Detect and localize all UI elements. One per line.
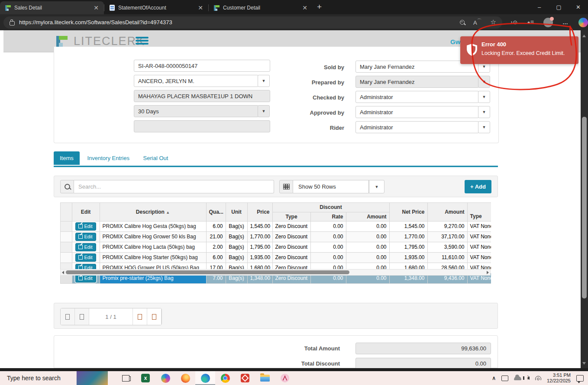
edit-button[interactable]: Edit — [75, 233, 97, 241]
cast-icon[interactable] — [501, 375, 508, 381]
next-page-button[interactable] — [133, 308, 147, 325]
menu-hamburger-icon[interactable] — [136, 37, 149, 45]
table-row[interactable]: EditPROMIX Calibre Hog Lacta (50kgs) bag… — [61, 242, 491, 252]
browser-tab-statement[interactable]: StatementOfAccount ✕ — [104, 1, 208, 14]
excel-icon[interactable]: x — [136, 371, 155, 385]
taskbar-search[interactable]: Type here to search — [7, 375, 76, 382]
scroll-right-icon[interactable] — [487, 271, 489, 274]
address-pill[interactable]: https://mylora.liteclerk.com/Software/Sa… — [3, 16, 502, 29]
scrollbar-thumb[interactable] — [582, 117, 587, 298]
col-vat[interactable]: VATType — [467, 203, 491, 221]
rows-dropdown-button[interactable]: ▼ — [369, 180, 384, 193]
search-input[interactable] — [74, 180, 274, 193]
add-button[interactable]: + Add — [465, 180, 491, 193]
field-label: Rider — [288, 125, 344, 131]
tab-close-icon[interactable]: ✕ — [93, 4, 100, 11]
approved-by-dropdown-button[interactable]: ▼ — [478, 106, 490, 118]
prev-page-button[interactable] — [75, 308, 89, 325]
tab-items[interactable]: Items — [54, 151, 80, 165]
tray-chevron-icon[interactable]: ∧ — [492, 375, 496, 381]
prepared-by-dropdown-button[interactable]: ▼ — [478, 76, 490, 88]
edit-button[interactable]: Edit — [75, 253, 97, 262]
last-page-button[interactable] — [147, 308, 162, 325]
table-row[interactable]: EditPROMIX Calibre Hog Grower 50 kls Bag… — [61, 231, 491, 242]
col-description[interactable]: Description ▲ — [100, 203, 206, 221]
close-button[interactable]: ✕ — [569, 4, 588, 10]
lock-icon[interactable] — [10, 21, 15, 26]
anydesk-icon[interactable] — [235, 371, 255, 385]
more-menu-icon[interactable]: … — [562, 19, 569, 26]
volume-icon[interactable] — [527, 376, 530, 380]
wifi-icon[interactable] — [535, 376, 541, 380]
search-highlight-image[interactable] — [76, 371, 108, 385]
copilot-taskbar-icon[interactable] — [155, 371, 175, 385]
col-unit[interactable]: Unit — [226, 203, 247, 221]
clock[interactable]: 3:51 PM12/22/2025 — [547, 372, 571, 384]
row-select-cell[interactable] — [61, 242, 72, 252]
rows-selector[interactable]: Show 50 Rows — [293, 180, 369, 193]
approved-by-field[interactable]: Administrator — [355, 106, 479, 118]
tab-close-icon[interactable]: ✕ — [197, 4, 204, 11]
snipping-tool-icon[interactable] — [275, 371, 295, 385]
col-quantity[interactable]: Qua... — [206, 203, 226, 221]
scroll-up-icon[interactable] — [582, 35, 586, 37]
si-ref-no-field[interactable]: SI-AR-048-0000050147 — [134, 60, 270, 72]
scrollbar-thumb[interactable] — [66, 270, 349, 274]
minimize-button[interactable]: – — [530, 4, 549, 10]
table-row[interactable]: EditPROMIX Calibre Hog Gesta (50kgs) bag… — [61, 221, 491, 231]
col-net-price[interactable]: Net Price — [389, 203, 427, 221]
error-toast[interactable]: Error 400 Locking Error. Exceed Credit L… — [460, 36, 578, 64]
edge-icon[interactable] — [195, 371, 215, 385]
extension-icon[interactable]: ♪⊙ — [510, 19, 517, 26]
col-discount-group[interactable]: Discount — [272, 203, 389, 212]
page-vertical-scrollbar[interactable] — [581, 30, 588, 368]
maximize-button[interactable]: ▢ — [549, 4, 569, 10]
term-field: 30 Days — [134, 105, 258, 117]
chrome-icon[interactable] — [215, 371, 235, 385]
browser-tab-sales-detail[interactable]: Sales Detail ✕ — [0, 1, 104, 14]
scroll-down-icon[interactable] — [582, 362, 586, 365]
edit-button[interactable]: Edit — [75, 222, 97, 231]
first-page-button[interactable] — [61, 308, 75, 325]
customer-dropdown-button[interactable]: ▼ — [258, 75, 270, 87]
favorite-star-icon[interactable]: ☆ — [490, 18, 496, 26]
new-tab-button[interactable]: + — [317, 2, 322, 12]
rider-dropdown-button[interactable]: ▼ — [478, 121, 490, 133]
task-view-icon[interactable] — [116, 371, 136, 385]
table-row[interactable]: EditPROMIX Calibre Hog Starter (50kgs) b… — [61, 252, 491, 263]
file-explorer-icon[interactable] — [255, 371, 275, 385]
tab-serial-out[interactable]: Serial Out — [137, 151, 174, 165]
collections-icon[interactable]: ⭑≡ — [527, 19, 534, 26]
tab-inventory-entries[interactable]: Inventory Entries — [81, 151, 136, 165]
rider-field[interactable]: Administrator — [355, 121, 479, 133]
checked-by-field[interactable]: Administrator — [355, 91, 479, 103]
customer-field[interactable]: ANCERO, JERLYN M. — [134, 75, 258, 87]
browser-tab-customer-detail[interactable]: Customer Detail ✕ — [209, 1, 313, 14]
table-horizontal-scrollbar[interactable] — [60, 269, 491, 276]
onedrive-icon[interactable] — [514, 376, 521, 380]
pencil-icon — [78, 276, 83, 280]
term-dropdown-button[interactable]: ▼ — [258, 105, 270, 117]
tab-close-icon[interactable]: ✕ — [301, 4, 308, 11]
col-discount-amount[interactable]: Amount — [346, 212, 389, 221]
notification-center-icon[interactable] — [576, 375, 584, 382]
scroll-left-icon[interactable] — [62, 271, 64, 274]
col-discount-rate[interactable]: Rate — [310, 212, 346, 221]
status-field — [134, 120, 270, 132]
profile-avatar[interactable] — [543, 18, 553, 27]
col-discount-type[interactable]: Type — [272, 212, 310, 221]
read-aloud-icon[interactable]: A⌒ — [473, 18, 482, 26]
col-edit[interactable]: Edit — [72, 203, 100, 221]
zoom-out-icon[interactable] — [460, 20, 465, 25]
firefox-icon[interactable] — [175, 371, 195, 385]
row-select-cell[interactable] — [61, 221, 72, 231]
url-text[interactable]: https://mylora.liteclerk.com/Software/Sa… — [19, 19, 460, 26]
cell-amt: 37,170.00 — [427, 231, 467, 242]
edit-button[interactable]: Edit — [75, 243, 97, 251]
row-select-cell[interactable] — [61, 231, 72, 242]
checked-by-dropdown-button[interactable]: ▼ — [478, 91, 490, 103]
col-amount[interactable]: Amount — [427, 203, 467, 221]
row-select-cell[interactable] — [61, 252, 72, 263]
col-price[interactable]: Price — [247, 203, 272, 221]
copilot-icon[interactable] — [578, 18, 588, 27]
